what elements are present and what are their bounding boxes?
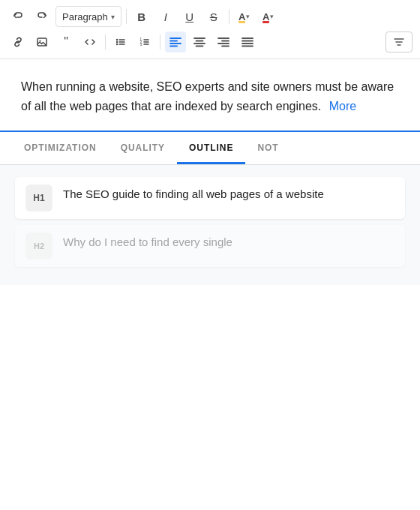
image-button[interactable]	[32, 32, 52, 52]
outline-item-h2: H2 Why do I need to find every single	[15, 225, 405, 267]
align-justify-icon	[242, 37, 254, 47]
highlight-icon: A	[238, 11, 245, 22]
highlight-button[interactable]: A ▾	[234, 6, 255, 27]
strikethrough-icon: S	[210, 10, 218, 23]
align-right-icon	[218, 37, 230, 47]
outline-h1-text: The SEO guide to finding all web pages o…	[63, 184, 324, 202]
underline-button[interactable]: U	[179, 6, 200, 27]
align-left-button[interactable]	[165, 32, 186, 52]
image-icon	[36, 36, 48, 48]
italic-button[interactable]: I	[155, 6, 176, 27]
svg-point-2	[116, 39, 118, 40]
link-icon	[12, 36, 24, 48]
more-link[interactable]: More	[329, 100, 356, 112]
link-button[interactable]	[8, 32, 28, 52]
tabs-bar: OPTIMIZATION QUALITY OUTLINE NOT	[0, 132, 420, 165]
font-color-chevron-icon: ▾	[270, 13, 274, 20]
font-color-icon: A	[262, 11, 269, 22]
code-icon	[84, 36, 96, 48]
outline-section: H1 The SEO guide to finding all web page…	[0, 165, 420, 285]
tabs-section: OPTIMIZATION QUALITY OUTLINE NOT H1 The …	[0, 132, 420, 285]
underline-icon: U	[185, 10, 194, 23]
tab-outline[interactable]: OUTLINE	[177, 132, 245, 164]
italic-icon: I	[164, 10, 167, 23]
bold-button[interactable]: B	[131, 6, 152, 27]
numbered-list-icon: 1. 2. 3.	[139, 36, 151, 48]
undo-button[interactable]	[8, 6, 28, 27]
align-center-icon	[194, 37, 206, 47]
align-left-icon	[170, 37, 182, 47]
strikethrough-button[interactable]: S	[203, 6, 224, 27]
highlight-chevron-icon: ▾	[246, 13, 250, 20]
outline-item-h1: H1 The SEO guide to finding all web page…	[15, 177, 405, 219]
bullet-list-icon	[115, 36, 127, 48]
separator	[126, 9, 127, 24]
code-button[interactable]	[80, 32, 100, 52]
svg-point-3	[116, 41, 118, 43]
separator3	[105, 34, 106, 50]
bullet-list-button[interactable]	[110, 32, 131, 52]
redo-icon	[36, 10, 48, 22]
paragraph-style-select[interactable]: Paragraph ▾	[56, 6, 122, 27]
h2-badge: H2	[26, 232, 52, 260]
quote-button[interactable]: "	[56, 32, 76, 52]
svg-point-4	[116, 44, 118, 45]
outline-h2-text: Why do I need to find every single	[63, 232, 232, 250]
redo-button[interactable]	[32, 6, 52, 27]
align-right-button[interactable]	[213, 32, 234, 52]
bold-icon: B	[137, 10, 146, 23]
paragraph-style-label: Paragraph	[62, 11, 108, 22]
align-center-button[interactable]	[189, 32, 210, 52]
svg-point-1	[40, 40, 41, 42]
tab-optimization[interactable]: OPTIMIZATION	[12, 132, 109, 164]
separator4	[160, 34, 160, 50]
numbered-list-button[interactable]: 1. 2. 3.	[134, 32, 155, 52]
svg-text:3.: 3.	[140, 43, 143, 46]
tab-quality[interactable]: QUALITY	[109, 132, 177, 164]
quote-icon: "	[64, 36, 68, 48]
h1-badge: H1	[26, 184, 52, 212]
undo-icon	[12, 10, 24, 22]
chevron-down-icon: ▾	[111, 13, 115, 21]
align-justify-button[interactable]	[237, 32, 258, 52]
content-paragraph: When running a website, SEO experts and …	[21, 77, 399, 116]
filter-icon	[393, 36, 405, 48]
font-color-button[interactable]: A ▾	[258, 6, 279, 27]
separator2	[229, 9, 230, 24]
content-area: When running a website, SEO experts and …	[0, 59, 420, 132]
tab-notes[interactable]: NOT	[245, 132, 290, 164]
filter-button[interactable]	[386, 32, 412, 52]
toolbar: Paragraph ▾ B I U S A ▾ A	[0, 0, 420, 59]
